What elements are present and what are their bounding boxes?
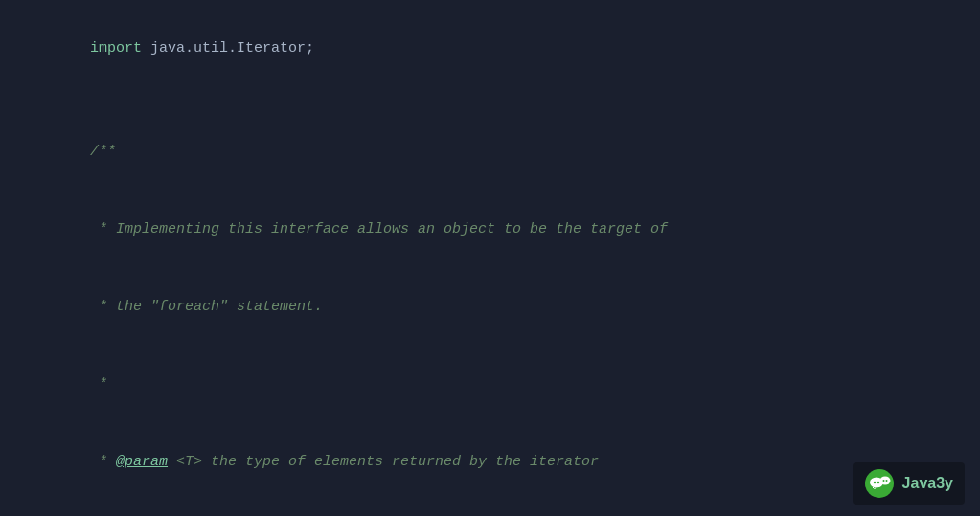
code-text: /**: [38, 113, 972, 191]
code-line-1: import java.util.Iterator;: [0, 10, 980, 87]
svg-point-2: [879, 477, 890, 485]
code-line-comment2: * the "foreach" statement.: [0, 268, 980, 346]
code-text: * the "foreach" statement.: [38, 268, 972, 346]
code-line-param: * @param <T> the type of elements return…: [0, 423, 980, 501]
code-text: *: [38, 346, 972, 423]
wechat-icon: [864, 468, 895, 499]
svg-point-4: [877, 482, 878, 483]
code-text: * @param <T> the type of elements return…: [38, 423, 972, 501]
code-editor: import java.util.Iterator; /** * Impleme…: [0, 0, 980, 516]
watermark: Java3y: [853, 462, 965, 505]
svg-point-6: [885, 480, 887, 482]
code-line-blank: [0, 87, 980, 113]
svg-point-5: [882, 480, 884, 482]
code-line-javadoc-open: /**: [0, 113, 980, 191]
code-text: * Implementing this interface allows an …: [38, 191, 972, 268]
code-text: *: [38, 501, 972, 516]
svg-point-3: [873, 482, 875, 483]
code-line-star2: *: [0, 501, 980, 516]
code-line-star1: *: [0, 346, 980, 423]
code-line-comment1: * Implementing this interface allows an …: [0, 191, 980, 268]
code-text: [38, 87, 972, 113]
code-text: import java.util.Iterator;: [38, 10, 972, 87]
watermark-text: Java3y: [902, 475, 953, 492]
